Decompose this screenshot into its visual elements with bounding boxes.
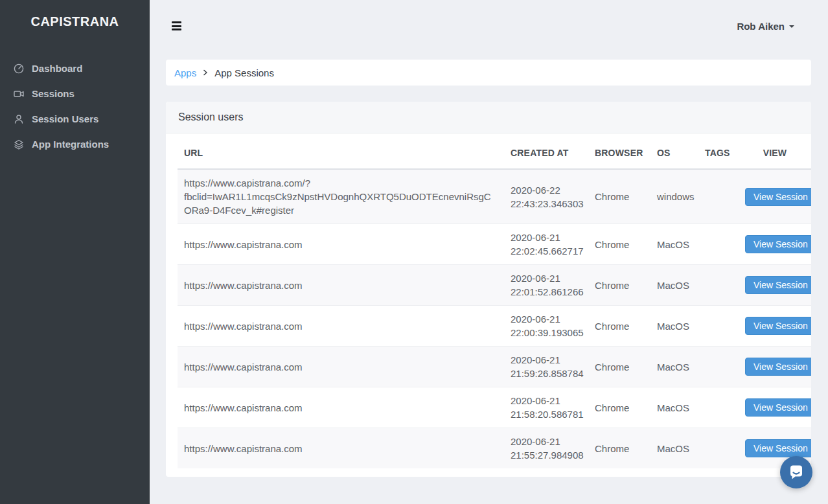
view-session-button[interactable]: View Session — [745, 358, 811, 376]
chat-bubble-smile-icon — [787, 463, 805, 481]
table-row: https://www.capistrana.com 2020-06-21 21… — [178, 428, 811, 469]
view-cell: View Session — [739, 169, 811, 224]
content: Apps App Sessions Session users — [150, 43, 828, 477]
table-row: https://www.capistrana.com/?fbclid=IwAR1… — [178, 169, 811, 224]
gauge-icon — [13, 63, 25, 74]
url-cell: https://www.capistrana.com — [178, 265, 504, 306]
os-cell: MacOS — [650, 265, 698, 306]
tags-cell — [698, 347, 739, 387]
topbar: Rob Aiken — [150, 0, 828, 43]
tags-cell — [698, 428, 739, 469]
column-header-created-at: CREATED AT — [504, 133, 588, 169]
created-at-cell: 2020-06-21 21:58:20.586781 — [504, 387, 588, 428]
browser-cell: Chrome — [588, 265, 650, 306]
os-cell: MacOS — [650, 387, 698, 428]
created-at-cell: 2020-06-21 21:55:27.984908 — [504, 428, 588, 469]
sidebar: CAPISTRANA Dashboard Sessions Session Us… — [0, 0, 150, 504]
user-icon — [13, 113, 25, 125]
browser-cell: Chrome — [588, 169, 650, 224]
app-root: CAPISTRANA Dashboard Sessions Session Us… — [0, 0, 828, 504]
view-session-button[interactable]: View Session — [745, 235, 811, 253]
table-row: https://www.capistrana.com 2020-06-21 22… — [178, 224, 811, 265]
url-cell: https://www.capistrana.com — [178, 387, 504, 428]
sidebar-item-label: Sessions — [32, 88, 75, 99]
session-table: URL CREATED AT BROWSER OS TAGS VIEW http… — [178, 133, 811, 468]
main-area: Rob Aiken Apps App Sessions Session user… — [150, 0, 828, 504]
view-cell: View Session — [739, 306, 811, 347]
column-header-browser: BROWSER — [588, 133, 650, 169]
tags-cell — [698, 265, 739, 306]
session-table-body: https://www.capistrana.com/?fbclid=IwAR1… — [178, 169, 811, 468]
session-table-head: URL CREATED AT BROWSER OS TAGS VIEW — [178, 133, 811, 169]
url-cell: https://www.capistrana.com — [178, 428, 504, 469]
created-at-cell: 2020-06-21 21:59:26.858784 — [504, 347, 588, 387]
table-row: https://www.capistrana.com 2020-06-21 22… — [178, 306, 811, 347]
view-session-button[interactable]: View Session — [745, 188, 811, 206]
created-at-cell: 2020-06-22 22:43:23.346303 — [504, 169, 588, 224]
sidebar-item-label: Dashboard — [32, 63, 82, 74]
view-cell: View Session — [739, 387, 811, 428]
os-cell: MacOS — [650, 347, 698, 387]
app-logo: CAPISTRANA — [0, 13, 150, 30]
hamburger-icon[interactable] — [172, 20, 181, 32]
url-cell: https://www.capistrana.com/?fbclid=IwAR1… — [178, 169, 504, 224]
session-users-panel: Session users URL CREATED AT BROWSER — [166, 102, 811, 477]
sidebar-item-dashboard[interactable]: Dashboard — [0, 56, 150, 81]
created-at-cell: 2020-06-21 22:01:52.861266 — [504, 265, 588, 306]
os-cell: MacOS — [650, 224, 698, 265]
chevron-right-icon — [202, 69, 209, 76]
table-row: https://www.capistrana.com 2020-06-21 22… — [178, 265, 811, 306]
panel-title: Session users — [166, 102, 811, 133]
user-menu[interactable]: Rob Aiken — [737, 21, 794, 32]
os-cell: MacOS — [650, 428, 698, 469]
breadcrumb: Apps App Sessions — [166, 60, 811, 86]
tags-cell — [698, 306, 739, 347]
tags-cell — [698, 169, 739, 224]
browser-cell: Chrome — [588, 387, 650, 428]
view-session-button[interactable]: View Session — [745, 276, 811, 294]
os-cell: windows — [650, 169, 698, 224]
session-table-wrap: URL CREATED AT BROWSER OS TAGS VIEW http… — [166, 133, 811, 477]
sidebar-item-sessions[interactable]: Sessions — [0, 81, 150, 106]
view-cell: View Session — [739, 224, 811, 265]
url-cell: https://www.capistrana.com — [178, 224, 504, 265]
tags-cell — [698, 387, 739, 428]
browser-cell: Chrome — [588, 224, 650, 265]
video-camera-icon — [13, 88, 25, 100]
column-header-view: VIEW — [739, 133, 811, 169]
url-cell: https://www.capistrana.com — [178, 306, 504, 347]
column-header-os: OS — [650, 133, 698, 169]
column-header-tags: TAGS — [698, 133, 739, 169]
sidebar-item-label: App Integrations — [32, 139, 109, 150]
layers-icon — [13, 139, 25, 150]
created-at-cell: 2020-06-21 22:02:45.662717 — [504, 224, 588, 265]
sidebar-item-session-users[interactable]: Session Users — [0, 106, 150, 132]
view-session-button[interactable]: View Session — [745, 439, 811, 457]
breadcrumb-link-apps[interactable]: Apps — [174, 67, 196, 78]
user-menu-label: Rob Aiken — [737, 21, 785, 32]
caret-down-icon — [789, 25, 794, 28]
chat-launcher-button[interactable] — [780, 456, 812, 488]
breadcrumb-current: App Sessions — [214, 67, 274, 78]
view-cell: View Session — [739, 347, 811, 387]
sidebar-nav: Dashboard Sessions Session Users App Int… — [0, 56, 150, 157]
browser-cell: Chrome — [588, 347, 650, 387]
created-at-cell: 2020-06-21 22:00:39.193065 — [504, 306, 588, 347]
view-session-button[interactable]: View Session — [745, 398, 811, 417]
os-cell: MacOS — [650, 306, 698, 347]
view-cell: View Session — [739, 265, 811, 306]
browser-cell: Chrome — [588, 306, 650, 347]
table-row: https://www.capistrana.com 2020-06-21 21… — [178, 347, 811, 387]
browser-cell: Chrome — [588, 428, 650, 469]
view-session-button[interactable]: View Session — [745, 317, 811, 335]
table-row: https://www.capistrana.com 2020-06-21 21… — [178, 387, 811, 428]
sidebar-item-label: Session Users — [32, 113, 98, 124]
url-cell: https://www.capistrana.com — [178, 347, 504, 387]
column-header-url: URL — [178, 133, 504, 169]
tags-cell — [698, 224, 739, 265]
sidebar-item-app-integrations[interactable]: App Integrations — [0, 132, 150, 157]
